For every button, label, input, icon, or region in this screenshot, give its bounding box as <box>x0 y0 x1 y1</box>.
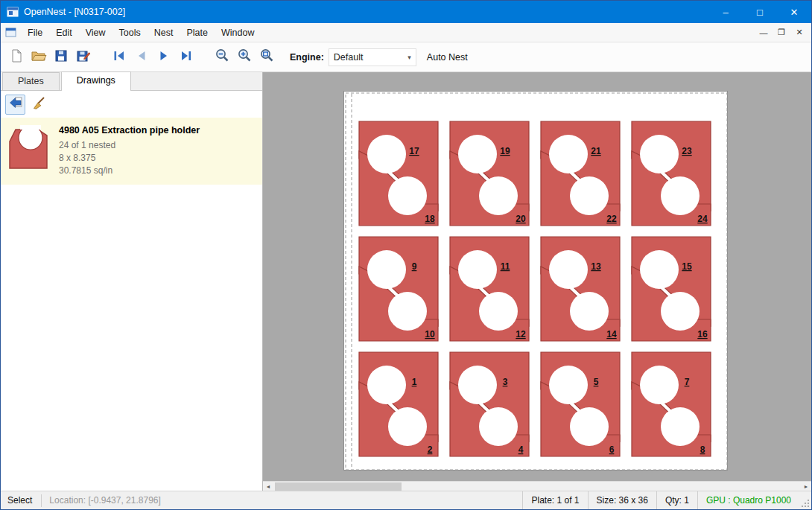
tab-plates[interactable]: Plates <box>2 72 60 90</box>
nest-tile[interactable]: 34 <box>450 352 529 456</box>
open-button[interactable] <box>28 46 50 68</box>
nest-tile[interactable]: 1718 <box>359 121 438 226</box>
pipe-hole <box>388 292 427 331</box>
zoom-out-button[interactable] <box>211 46 233 68</box>
nest-viewport[interactable]: 171819202122232491011121314151612345678 … <box>263 72 811 491</box>
nest-tile[interactable]: 78 <box>632 352 711 456</box>
nest-tile[interactable]: 56 <box>541 352 620 456</box>
part-label: 6 <box>609 444 615 455</box>
part-label: 1 <box>412 377 417 387</box>
zoom-fit-icon <box>259 48 275 66</box>
menu-plate[interactable]: Plate <box>180 25 215 41</box>
menu-window[interactable]: Window <box>215 25 261 41</box>
part-label: 19 <box>500 146 510 156</box>
pipe-hole <box>570 292 609 331</box>
resize-grip[interactable] <box>799 491 811 509</box>
part-label: 4 <box>518 444 524 455</box>
nest-tile[interactable]: 2122 <box>541 121 620 226</box>
status-mode: Select <box>1 495 41 506</box>
plate[interactable]: 171819202122232491011121314151612345678 <box>343 91 728 471</box>
menu-file[interactable]: File <box>21 25 49 41</box>
next-arrow-icon <box>156 48 171 66</box>
next-plate-button[interactable] <box>153 46 175 68</box>
pipe-hole <box>388 407 427 446</box>
drawing-title: 4980 A05 Extraction pipe holder <box>59 125 200 136</box>
nest-tile[interactable]: 1112 <box>450 237 529 341</box>
zoom-in-icon <box>237 48 253 66</box>
pipe-hole <box>367 135 406 173</box>
part-label: 2 <box>428 444 433 455</box>
tab-drawings[interactable]: Drawings <box>61 71 131 91</box>
mdi-minimize-button[interactable]: — <box>755 25 773 41</box>
pipe-hole <box>549 135 588 173</box>
part-label: 10 <box>425 329 435 340</box>
nest-tile[interactable]: 12 <box>359 352 438 456</box>
nest-tile[interactable]: 1516 <box>632 237 711 341</box>
drawings-toolbar <box>1 91 262 118</box>
part-label: 3 <box>503 377 508 387</box>
title-bar: OpenNest - [N0317-002] – □ ✕ <box>1 1 811 23</box>
mdi-close-button[interactable]: ✕ <box>790 25 808 41</box>
pipe-hole <box>570 176 609 215</box>
first-plate-button[interactable] <box>108 46 130 68</box>
part-label: 7 <box>685 377 690 387</box>
pipe-hole <box>367 366 406 404</box>
horizontal-scrollbar[interactable]: ◄ ► <box>263 481 811 491</box>
pipe-hole <box>458 135 497 173</box>
app-icon <box>7 6 19 18</box>
pipe-hole <box>549 366 588 404</box>
menu-edit[interactable]: Edit <box>49 25 79 41</box>
status-size: Size: 36 x 36 <box>588 491 656 509</box>
nest-canvas[interactable]: 171819202122232491011121314151612345678 <box>344 92 729 471</box>
part-label: 9 <box>412 261 417 272</box>
scrollbar-thumb[interactable] <box>275 482 402 491</box>
drawing-area: 30.7815 sq/in <box>59 165 200 177</box>
menu-nest[interactable]: Nest <box>148 25 180 41</box>
pipe-hole <box>388 176 427 215</box>
part-label: 11 <box>501 261 510 272</box>
new-file-icon <box>9 48 24 66</box>
nest-tile[interactable]: 1920 <box>450 121 529 226</box>
save-as-button[interactable] <box>72 46 95 68</box>
drawing-dimensions: 8 x 8.375 <box>59 152 200 165</box>
nest-tile[interactable]: 2324 <box>632 121 711 226</box>
pipe-hole <box>479 292 518 331</box>
menu-view[interactable]: View <box>79 25 112 41</box>
first-arrow-icon <box>112 48 127 66</box>
last-plate-button[interactable] <box>175 46 197 68</box>
clean-button[interactable] <box>28 95 48 115</box>
pipe-hole <box>661 176 700 215</box>
engine-select[interactable]: Default ▾ <box>329 48 416 66</box>
drawing-list-item[interactable]: 4980 A05 Extraction pipe holder 24 of 1 … <box>1 118 262 185</box>
part-label: 13 <box>591 261 601 272</box>
pipe-hole <box>479 407 518 446</box>
auto-nest-button[interactable]: Auto Nest <box>427 52 468 63</box>
engine-label: Engine: <box>290 52 324 63</box>
part-label: 16 <box>697 329 708 340</box>
last-arrow-icon <box>179 48 194 66</box>
menu-tools[interactable]: Tools <box>112 25 148 41</box>
save-button[interactable] <box>50 46 72 68</box>
scroll-right-icon[interactable]: ► <box>801 482 811 491</box>
mdi-restore-button[interactable]: ❐ <box>773 25 790 41</box>
open-folder-icon <box>31 48 47 66</box>
new-button[interactable] <box>5 46 28 68</box>
pipe-hole <box>640 366 679 404</box>
minimize-button[interactable]: – <box>708 1 743 23</box>
save-icon <box>54 48 69 66</box>
replace-drawing-button[interactable] <box>5 95 25 115</box>
part-label: 20 <box>516 214 526 224</box>
nest-tile[interactable]: 1314 <box>541 237 620 341</box>
prev-plate-button[interactable] <box>130 46 153 68</box>
nest-tile[interactable]: 910 <box>359 237 438 341</box>
pipe-hole <box>458 366 497 404</box>
zoom-in-button[interactable] <box>233 46 256 68</box>
scroll-left-icon[interactable]: ◄ <box>263 482 273 491</box>
zoom-fit-button[interactable] <box>256 46 278 68</box>
pipe-hole <box>661 407 700 446</box>
maximize-button[interactable]: □ <box>743 1 777 23</box>
close-button[interactable]: ✕ <box>777 1 811 23</box>
zoom-out-icon <box>215 48 230 66</box>
status-gpu: GPU : Quadro P1000 <box>697 491 799 509</box>
prev-arrow-icon <box>134 48 149 66</box>
